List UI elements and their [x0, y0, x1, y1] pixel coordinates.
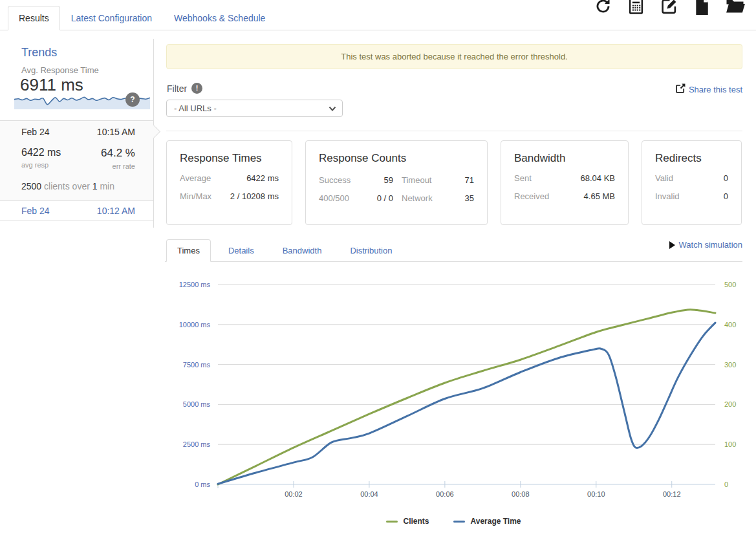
card-title: Response Times	[180, 152, 279, 165]
aborted-alert-banner: This test was aborted because it reached…	[166, 44, 742, 69]
edit-icon[interactable]	[661, 0, 678, 14]
trends-sidebar: Trends Avg. Response Time 6911 ms ? Feb …	[0, 39, 154, 228]
row-value: 0	[724, 173, 728, 183]
selected-run-arrow	[147, 125, 160, 138]
filter-label: Filter	[167, 83, 187, 94]
refresh-icon[interactable]	[595, 0, 611, 14]
summary-cards: Response Times Average6422 ms Min/Max2 /…	[166, 140, 742, 225]
run-date: Feb 24	[21, 127, 50, 137]
folder-icon[interactable]	[726, 0, 746, 14]
test-run-item[interactable]: Feb 24 10:12 AM	[0, 201, 153, 221]
svg-text:200: 200	[724, 400, 736, 408]
times-line-chart: 0 ms02500 ms1005000 ms2007500 ms30010000…	[165, 274, 750, 507]
watch-simulation-label: Watch simulation	[679, 240, 743, 250]
row-label: Invalid	[655, 191, 680, 201]
svg-text:00:08: 00:08	[512, 490, 530, 498]
url-filter-select[interactable]: - All URLs -	[166, 100, 343, 117]
share-this-test-link[interactable]: Share this test	[676, 83, 742, 96]
tab-times[interactable]: Times	[166, 239, 211, 262]
url-filter-value: - All URLs -	[174, 103, 217, 113]
tab-results[interactable]: Results	[8, 6, 60, 30]
row-value: 68.04 KB	[581, 173, 616, 183]
card-response-counts: Response Counts Success59Timeout71 400/5…	[305, 140, 488, 225]
avg-response-time-value: 6911 ms	[20, 75, 83, 95]
svg-text:5000 ms: 5000 ms	[183, 400, 211, 408]
header-icon-toolbar	[595, 0, 746, 15]
row-value: 2 / 10208 ms	[230, 191, 279, 201]
run-err-rate-label: err rate	[101, 162, 135, 170]
row-label: 400/500	[319, 193, 354, 203]
row-label: Average	[180, 173, 211, 183]
watch-simulation-link[interactable]: Watch simulation	[669, 240, 743, 250]
run-time: 10:12 AM	[97, 206, 135, 216]
run-clients-summary: 2500 clients over 1 min	[21, 181, 135, 191]
row-value: 0	[724, 191, 728, 201]
tab-bandwidth[interactable]: Bandwidth	[272, 239, 333, 262]
calculator-icon[interactable]	[628, 0, 644, 14]
row-value: 71	[433, 175, 474, 185]
svg-text:400: 400	[724, 321, 736, 329]
svg-text:300: 300	[724, 361, 736, 369]
svg-text:500: 500	[724, 281, 736, 288]
clients-series-swatch	[386, 521, 398, 523]
svg-text:00:04: 00:04	[360, 490, 378, 498]
card-response-times: Response Times Average6422 ms Min/Max2 /…	[166, 140, 292, 225]
row-label: Network	[393, 193, 433, 203]
run-clients-text: clients over	[41, 181, 92, 191]
card-title: Response Counts	[319, 152, 474, 165]
filter-info-icon[interactable]: !	[191, 83, 202, 94]
top-tabs: Results Latest Configuration Webhooks & …	[8, 6, 276, 30]
row-value: 0 / 0	[354, 193, 393, 203]
svg-text:0 ms: 0 ms	[195, 481, 210, 488]
card-redirects: Redirects Valid0 Invalid0	[642, 140, 742, 225]
svg-text:7500 ms: 7500 ms	[183, 361, 211, 369]
tab-distribution[interactable]: Distribution	[339, 239, 403, 262]
svg-text:2500 ms: 2500 ms	[183, 440, 211, 448]
tab-details[interactable]: Details	[217, 239, 265, 262]
run-err-rate-value: 64.2 %	[101, 147, 135, 160]
section-divider	[166, 131, 742, 131]
top-tab-bar: Results Latest Configuration Webhooks & …	[0, 0, 756, 30]
legend-item-clients[interactable]: Clients	[386, 517, 429, 526]
run-clients-count: 2500	[21, 181, 41, 191]
play-icon	[669, 241, 675, 249]
average-time-series-swatch	[453, 521, 465, 523]
filter-row: Filter !	[167, 83, 202, 94]
card-title: Redirects	[655, 152, 728, 165]
row-label: Success	[319, 175, 354, 185]
legend-item-average-time[interactable]: Average Time	[453, 517, 521, 526]
file-icon[interactable]	[695, 0, 709, 15]
svg-text:00:10: 00:10	[587, 490, 605, 498]
row-value: 6422 ms	[246, 173, 279, 183]
run-time: 10:15 AM	[97, 127, 135, 137]
row-value: 35	[433, 193, 474, 203]
avg-response-time-label: Avg. Response Time	[21, 65, 99, 75]
svg-text:100: 100	[724, 440, 736, 448]
svg-text:00:12: 00:12	[663, 490, 681, 498]
run-avg-resp-label: avg resp	[21, 161, 61, 169]
share-icon	[676, 83, 686, 96]
svg-text:00:06: 00:06	[436, 490, 454, 498]
trends-title: Trends	[21, 46, 57, 59]
row-value: 4.65 MB	[584, 191, 615, 201]
run-duration-count: 1	[92, 181, 98, 191]
tab-webhooks-schedule[interactable]: Webhooks & Schedule	[163, 6, 276, 30]
help-icon[interactable]: ?	[125, 92, 140, 107]
chart-tab-bar: Times Details Bandwidth Distribution	[165, 239, 742, 262]
chart-legend: Clients Average Time	[165, 517, 742, 526]
tab-latest-configuration[interactable]: Latest Configuration	[60, 6, 163, 30]
page: Results Latest Configuration Webhooks & …	[0, 0, 756, 540]
row-label: Received	[514, 191, 549, 201]
test-run-selected[interactable]: Feb 24 10:15 AM 6422 ms avg resp 64.2 % …	[0, 120, 153, 201]
svg-text:10000 ms: 10000 ms	[179, 321, 211, 329]
card-title: Bandwidth	[514, 152, 615, 165]
run-date: Feb 24	[21, 206, 50, 216]
svg-text:00:02: 00:02	[285, 490, 303, 498]
legend-label: Clients	[403, 517, 429, 526]
row-value: 59	[354, 175, 393, 185]
test-run-list: Feb 24 10:15 AM 6422 ms avg resp 64.2 % …	[0, 120, 153, 221]
legend-label: Average Time	[470, 517, 521, 526]
row-label: Min/Max	[180, 191, 211, 201]
row-label: Sent	[514, 173, 532, 183]
card-bandwidth: Bandwidth Sent68.04 KB Received4.65 MB	[501, 140, 629, 225]
